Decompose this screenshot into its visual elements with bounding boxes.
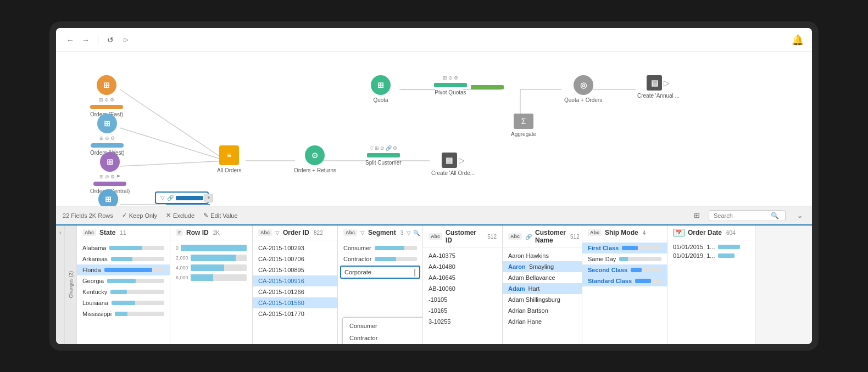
node-quota[interactable]: ⊞ Quota (371, 75, 391, 103)
node-icon-aggregate: Σ (514, 114, 533, 129)
node-bar-orders-west (91, 143, 124, 148)
list-item[interactable]: Aaron Smayling (503, 261, 582, 272)
node-icon-create-all: ▤ (442, 153, 457, 168)
exclude-action[interactable]: ✕ Exclude (166, 212, 194, 219)
state-col-body: Alabama Arkansas Florida Georgia (77, 240, 170, 344)
svg-line-0 (120, 89, 226, 161)
customername-type-badge: Abc (508, 233, 522, 240)
play-button[interactable]: ▷ (120, 35, 131, 46)
node-create-all[interactable]: ▤ ▷ Create 'All Orde... (431, 153, 475, 176)
expand-button[interactable]: ⌄ (794, 210, 805, 221)
standard-class-label: Standard Class (588, 278, 632, 284)
edit-value-action[interactable]: ✎ Edit Value (203, 212, 237, 219)
node-icon-orders-south: ⊞ (98, 189, 118, 206)
list-item[interactable]: 01/01/2019, 1... (667, 251, 755, 260)
filter-icon: ▽ (407, 230, 411, 236)
list-item[interactable]: Contractor (338, 253, 422, 264)
node-bar-orders-central (93, 182, 126, 186)
list-item[interactable]: Alabama (77, 243, 170, 253)
list-item[interactable]: CA-2015-100706 (253, 253, 337, 264)
node-quota-orders[interactable]: ◎ Quota + Orders (564, 75, 602, 103)
list-item[interactable]: Aaron Hawkins (503, 250, 582, 261)
node-aggregate[interactable]: Σ Aggregate (511, 114, 536, 137)
filter-node-south[interactable]: ▽ 🔗 + (155, 191, 209, 204)
orderid-col-count: 822 (314, 230, 323, 236)
list-item[interactable]: CA-2015-100895 (253, 264, 337, 275)
list-item[interactable]: AA-10645 (423, 272, 502, 283)
node-orders-east[interactable]: ⊞ ⊞⊘⚙ Orders (East) (90, 75, 123, 117)
list-item[interactable]: AA-10480 (423, 261, 502, 272)
list-item[interactable]: Adam Bellavance (503, 272, 582, 283)
node-create-annual[interactable]: ▤ ▷ Create 'Annual ... (637, 75, 680, 99)
node-orders-returns[interactable]: ⊙ Orders + Returns (294, 145, 336, 173)
rowid-col-count: 2K (213, 230, 220, 236)
node-orders-west[interactable]: ⊞ ⊞⊘⚙ Orders (West) (90, 114, 125, 156)
node-label-aggregate: Aggregate (511, 131, 536, 137)
list-item[interactable]: First Class (582, 243, 667, 253)
segment-type-badge: Abc (343, 229, 357, 236)
flow-canvas[interactable]: ⊞ ⊞⊘⚙ Orders (East) ⊞ ⊞⊘⚙ Orders (West) … (56, 52, 812, 206)
list-item[interactable]: CA-2015-100916 (253, 275, 337, 286)
forward-button[interactable]: → (80, 35, 91, 46)
screen: ← → ↺ ▷ 🔔 (56, 28, 812, 344)
list-item[interactable]: Kentucky (77, 286, 170, 297)
orderdate-col-name: Order Date (688, 229, 722, 236)
customername-col-body: Aaron Hawkins Aaron Smayling Adam Bellav… (503, 248, 582, 344)
search-box[interactable]: 🔍 (709, 210, 786, 221)
shipmode-col-name: Ship Mode (605, 229, 638, 236)
list-item[interactable]: CA-2015-100293 (253, 243, 337, 253)
list-item[interactable]: AB-10060 (423, 283, 502, 294)
bell-icon: 🔔 (792, 35, 803, 46)
keep-only-action[interactable]: ✓ Keep Only (122, 212, 157, 219)
refresh-button[interactable]: ↺ (105, 35, 116, 46)
node-pivot-quotas[interactable]: ⊞⊘⚙ Pivot Quotas (434, 75, 467, 95)
list-item[interactable]: Adam Shillingsburg (503, 294, 582, 305)
list-item[interactable]: -10165 (423, 305, 502, 316)
node-all-orders[interactable]: ≡ All Orders (217, 145, 241, 173)
node-orders-south[interactable]: ⊞ Orders (South) (90, 189, 126, 206)
node-split-customer[interactable]: ▽⊞⊘🔗⚙ Split Customer (365, 145, 402, 166)
list-item[interactable]: 3-10255 (423, 316, 502, 327)
grid-view-icon[interactable]: ⊞ (694, 211, 700, 219)
left-sidebar-toggle[interactable]: › (56, 226, 65, 344)
list-item[interactable]: CA-2015-101560 (253, 297, 337, 308)
col-orderid: Abc ▽ Order ID 822 CA-2015-100293 CA-201… (253, 226, 338, 344)
customerid-col-body: AA-10375 AA-10480 AA-10645 AB-10060 -101… (423, 248, 502, 344)
back-button[interactable]: ← (65, 35, 76, 46)
list-item[interactable]: -10105 (423, 294, 502, 305)
col-segment: Abc ▽ Segment 3 ▽ 🔍 Consumer Contra (338, 226, 423, 344)
node-label-quota: Quota (373, 97, 388, 103)
node-icon-orders-east: ⊞ (97, 75, 116, 95)
list-item[interactable]: Adrian Hane (503, 316, 582, 327)
list-item[interactable]: Arkansas (77, 253, 170, 264)
list-item[interactable]: 01/01/2015, 1... (667, 243, 755, 251)
list-item[interactable]: Standard Class (582, 275, 667, 286)
col-state: Abc State 11 Alabama Arkansas Florida (77, 226, 170, 344)
list-item[interactable]: Consumer (338, 243, 422, 253)
list-item[interactable]: Second Class (582, 264, 667, 275)
list-item[interactable]: Mississippi (77, 308, 170, 319)
changes-label: Changes (2) (68, 271, 74, 298)
segment-corporate-row[interactable]: Corporate | (338, 264, 422, 280)
list-item[interactable]: Adrian Bartson (503, 305, 582, 316)
node-orders-central[interactable]: ⊞ ⊞⊘⚙⚑ Orders (Central) (90, 152, 130, 194)
list-item[interactable]: CA-2015-101770 (253, 308, 337, 319)
col-customername-header: Abc 🔗 Customer Name 512 (503, 226, 582, 248)
list-item[interactable]: Georgia (77, 275, 170, 286)
list-item[interactable]: Same Day (582, 253, 667, 264)
segment-dropdown[interactable]: Consumer Contractor Corporate Corporate … (342, 317, 422, 344)
dropdown-consumer[interactable]: Consumer (343, 320, 422, 332)
list-item[interactable]: Louisiana (77, 297, 170, 308)
segment-col-count: 3 (400, 230, 404, 236)
filter-info: 22 Fields 2K Rows (63, 212, 113, 219)
data-area: › Changes (2) Abc State 11 Alabama (56, 226, 812, 344)
list-item[interactable]: Adam Hart (503, 283, 582, 294)
rowid-type-badge: # (176, 229, 183, 236)
dropdown-contractor[interactable]: Contractor (343, 332, 422, 344)
list-item[interactable]: AA-10375 (423, 250, 502, 261)
list-item[interactable]: Florida (77, 264, 170, 275)
second-class-label: Second Class (588, 267, 627, 273)
search-input[interactable] (714, 212, 769, 219)
list-item[interactable]: CA-2015-101266 (253, 286, 337, 297)
edit-icon: ✎ (203, 212, 208, 219)
